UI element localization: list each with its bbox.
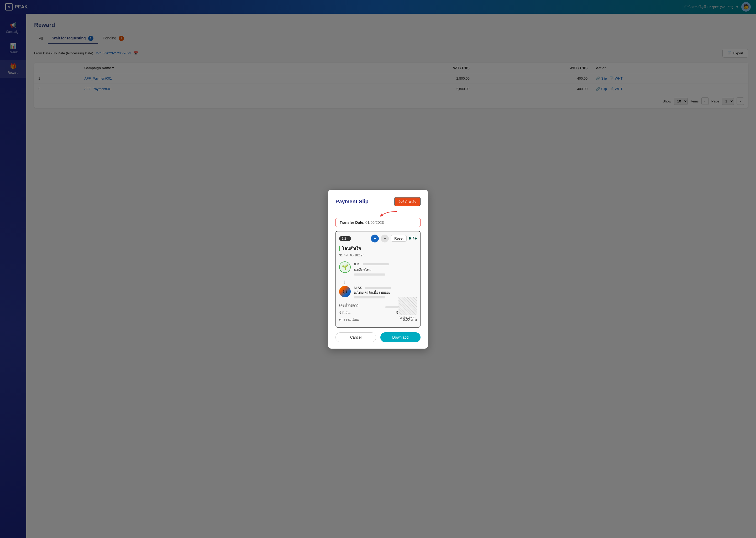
date-tag-button[interactable]: วันที่ชำระเงิน <box>394 197 420 206</box>
arrow-annotation <box>336 210 420 217</box>
payment-slip-modal: Payment Slip วันที่ชำระเงิน Transfer Dat… <box>328 190 428 349</box>
slip-controls: + − Reset KT+ <box>371 235 417 242</box>
detail-label-2: จำนวน: <box>339 310 351 315</box>
qr-area: Verified by K+ <box>399 297 417 319</box>
status-bar <box>339 245 340 251</box>
slip-page-indicator: 1/2 › <box>339 236 351 241</box>
cancel-button[interactable]: Cancel <box>336 332 376 342</box>
detail-label-1: เลขที่รายการ: <box>339 303 359 308</box>
sender-name-prefix: น.ส. <box>354 261 417 267</box>
slip-nav: 1/2 › + − Reset KT+ <box>339 235 417 242</box>
sender-name-blurred <box>363 263 389 265</box>
modal-title: Payment Slip <box>336 198 368 205</box>
zoom-in-button[interactable]: + <box>371 235 379 242</box>
reset-button[interactable]: Reset <box>391 235 406 242</box>
sender-bank-icon: 🌱 <box>339 261 351 273</box>
detail-label-3: ค่าธรรมเนียม: <box>339 317 360 322</box>
qr-label: Verified by K+ <box>399 316 417 319</box>
kasikorn-leaf-icon: 🌱 <box>342 264 348 270</box>
receiver-name-blurred <box>365 287 391 289</box>
receiver-bank: ธ.ไทยเครดิตเพื่อรายย่อย <box>354 290 417 295</box>
arrow-svg <box>373 210 400 217</box>
modal-footer: Cancel Downlaod <box>336 332 420 342</box>
sender-row: 🌱 น.ส. ธ.กสิกรไทย <box>339 261 417 277</box>
qr-code-image <box>399 297 417 315</box>
bank-kt-logo: KT+ <box>409 236 417 241</box>
zoom-out-button[interactable]: − <box>381 235 389 242</box>
slip-next-chevron[interactable]: › <box>347 237 348 241</box>
transfer-arrow-down: ↓ <box>343 279 417 285</box>
transfer-date-value: 01/06/2023 <box>365 220 384 225</box>
modal-overlay[interactable]: Payment Slip วันที่ชำระเงิน Transfer Dat… <box>0 0 756 538</box>
transfer-date-label: Transfer Date: <box>340 220 364 225</box>
slip-image-area: 1/2 › + − Reset KT+ โอนสำเร็จ 31 ก.ค. 65… <box>336 231 420 328</box>
receiver-bank-logo: ⬡ <box>343 289 347 295</box>
receiver-account <box>354 296 385 298</box>
status-datetime: 31 ก.ค. 65 18:12 น. <box>339 253 417 258</box>
transfer-date-row: Transfer Date: 01/06/2023 <box>336 218 420 227</box>
sender-account <box>354 273 385 276</box>
receiver-bank-icon: ⬡ <box>339 286 351 297</box>
download-button[interactable]: Downlaod <box>380 332 420 342</box>
sender-info: น.ส. ธ.กสิกรไทย <box>354 261 417 277</box>
modal-header: Payment Slip วันที่ชำระเงิน <box>336 197 420 206</box>
sender-bank: ธ.กสิกรไทย <box>354 267 417 272</box>
receiver-name: MISS <box>354 286 417 290</box>
status-text: โอนสำเร็จ <box>342 245 361 252</box>
slip-page-text: 1/2 <box>342 237 346 241</box>
slip-status: โอนสำเร็จ <box>339 245 417 252</box>
